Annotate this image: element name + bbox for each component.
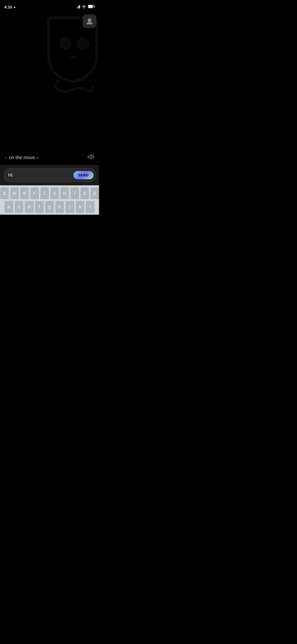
message-input-area: SEND — [0, 165, 99, 185]
svg-rect-1 — [88, 5, 93, 8]
message-input-wrapper[interactable]: SEND — [4, 168, 95, 182]
key-y[interactable]: y — [50, 187, 59, 199]
main-content-area: ·› on the move › — [0, 12, 99, 165]
on-the-move-left[interactable]: ·› on the move › — [4, 155, 38, 160]
on-the-move-label: on the move › — [9, 155, 38, 160]
double-arrow-icon: ·› — [4, 155, 7, 160]
svg-point-4 — [77, 37, 89, 50]
keyboard[interactable]: q w e r t y u i o p a s d f g h j k l z … — [0, 185, 99, 215]
key-o[interactable]: o — [81, 187, 89, 199]
key-r[interactable]: r — [30, 187, 39, 199]
key-s[interactable]: s — [15, 201, 23, 212]
status-icons — [76, 5, 95, 9]
key-t[interactable]: t — [40, 187, 49, 199]
keyboard-row-2: a s d f g h j k l — [1, 201, 98, 212]
message-text-input[interactable] — [8, 173, 71, 178]
key-j[interactable]: j — [65, 201, 74, 212]
keyboard-row-1: q w e r t y u i o p — [1, 187, 98, 199]
key-d[interactable]: d — [25, 201, 34, 212]
key-k[interactable]: k — [76, 201, 84, 212]
svg-rect-2 — [94, 6, 95, 7]
time-label: 4:10 — [4, 5, 12, 9]
battery-icon — [88, 5, 95, 9]
key-l[interactable]: l — [86, 201, 95, 212]
key-e[interactable]: e — [20, 187, 29, 199]
profile-avatar-button[interactable] — [83, 14, 96, 28]
send-button[interactable]: SEND — [73, 171, 93, 179]
key-i[interactable]: i — [70, 187, 79, 199]
svg-point-3 — [60, 37, 72, 50]
key-g[interactable]: g — [45, 201, 54, 212]
key-p[interactable]: p — [91, 187, 99, 199]
svg-marker-6 — [88, 154, 92, 159]
on-the-move-row[interactable]: ·› on the move › — [0, 150, 99, 165]
status-time: 4:10 ▲ — [4, 5, 16, 9]
speaker-icon[interactable] — [87, 154, 95, 161]
signal-icon — [76, 5, 80, 8]
status-bar: 4:10 ▲ — [0, 0, 99, 12]
key-u[interactable]: u — [60, 187, 69, 199]
key-q[interactable]: q — [0, 187, 9, 199]
location-arrow-icon: ▲ — [13, 5, 16, 8]
svg-point-5 — [88, 19, 91, 22]
key-a[interactable]: a — [4, 201, 13, 212]
key-w[interactable]: w — [10, 187, 19, 199]
key-f[interactable]: f — [35, 201, 44, 212]
wifi-icon — [82, 5, 86, 9]
key-h[interactable]: h — [55, 201, 64, 212]
